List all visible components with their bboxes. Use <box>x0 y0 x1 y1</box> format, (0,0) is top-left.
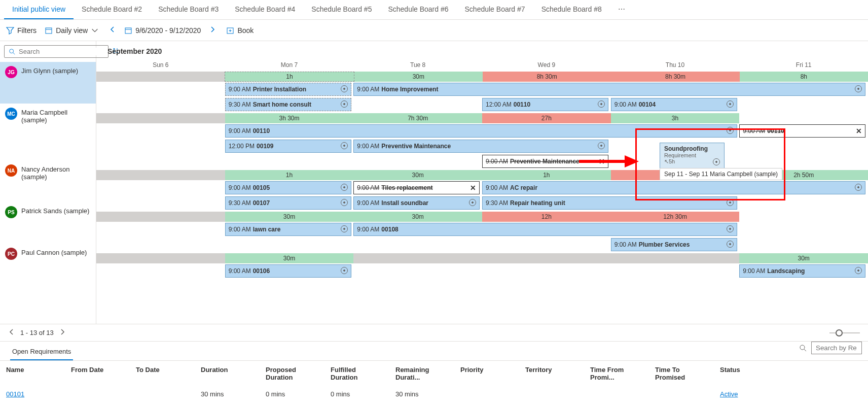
booking[interactable]: 9:00 AM 00108 <box>353 223 737 236</box>
drag-ghost-title: Soundproofing <box>664 145 720 152</box>
grid-row[interactable]: Soundproofing30 mins0 mins0 mins30 minsA… <box>0 402 868 405</box>
grid-link[interactable]: 00101 <box>6 390 24 398</box>
gear-icon[interactable] <box>727 241 734 249</box>
booking-title: Preventive Maintenance <box>510 158 580 165</box>
booking[interactable]: 9:00 AM 00110 <box>225 124 737 138</box>
grid-row[interactable]: 0010130 mins0 mins0 mins30 minsActive <box>0 386 868 402</box>
resource-search-input[interactable] <box>4 45 108 58</box>
date-range-picker[interactable]: 9/6/2020 - 9/12/2020 <box>124 26 201 35</box>
booking[interactable]: 9:00 AM Home Improvement <box>353 83 865 96</box>
gear-icon[interactable] <box>598 142 605 151</box>
grid-column-header[interactable]: Remaining Durati... <box>389 361 454 386</box>
capacity-cell: 1h <box>482 170 611 180</box>
gear-icon[interactable] <box>341 100 348 109</box>
page-prev-button[interactable] <box>8 328 15 337</box>
resource-row[interactable]: PCPaul Cannon (sample) <box>0 244 96 274</box>
booking[interactable]: 9:00 AM Landscaping <box>739 264 865 278</box>
tab-board-6[interactable]: Schedule Board #6 <box>380 0 456 19</box>
gear-icon[interactable] <box>727 127 734 136</box>
booking[interactable]: 9:30 AM 00107 <box>225 196 351 210</box>
booking[interactable]: 12:00 PM 00109 <box>225 140 351 153</box>
tab-initial-public-view[interactable]: Initial public view <box>4 0 74 19</box>
grid-cell: Soundproofing <box>0 402 65 405</box>
booking[interactable]: 12:00 AM 00110 <box>482 98 608 111</box>
filters-button[interactable]: Filters <box>6 26 37 35</box>
gear-icon[interactable] <box>341 142 348 151</box>
resource-row[interactable]: MCMaria Campbell (sample) <box>0 104 96 160</box>
search-icon[interactable] <box>799 344 807 352</box>
grid-column-header[interactable]: Name <box>0 361 65 386</box>
grid-column-header[interactable]: Fulfilled Duration <box>324 361 389 386</box>
grid-column-header[interactable]: Priority <box>454 361 519 386</box>
tab-board-4[interactable]: Schedule Board #4 <box>227 0 303 19</box>
calendar-grid: September 2020 Sun 6Mon 7Tue 8Wed 9Thu 1… <box>96 41 868 324</box>
tab-overflow[interactable]: ⋯ <box>610 0 633 19</box>
capacity-cell: 3h 30m <box>225 113 354 123</box>
gear-icon[interactable] <box>341 199 348 208</box>
tab-board-7[interactable]: Schedule Board #7 <box>457 0 533 19</box>
gear-icon[interactable] <box>855 184 862 192</box>
page-next-button[interactable] <box>59 328 66 337</box>
booking-time: 9:00 AM <box>229 86 251 93</box>
booking[interactable]: 9:00 AM Install soundbar <box>353 196 480 210</box>
next-week-button[interactable] <box>207 24 218 37</box>
gear-icon[interactable] <box>341 85 348 94</box>
booking[interactable]: 9:00 AM lawn care <box>225 223 351 236</box>
gear-icon[interactable] <box>727 100 734 109</box>
booking[interactable]: 9:00 AM 00106 <box>225 264 351 278</box>
booking[interactable]: 9:00 AM Preventive Maintenance <box>353 140 608 153</box>
grid-cell <box>649 386 714 402</box>
gear-icon[interactable] <box>469 199 476 208</box>
prev-week-button[interactable] <box>107 24 118 37</box>
grid-column-header[interactable]: Proposed Duration <box>260 361 324 386</box>
grid-column-header[interactable]: Duration <box>195 361 260 386</box>
resource-row[interactable]: PSPatrick Sands (sample) <box>0 202 96 244</box>
gear-icon[interactable] <box>727 225 734 234</box>
requirements-search-input[interactable] <box>811 342 862 354</box>
gear-icon[interactable] <box>598 100 605 109</box>
gear-icon[interactable] <box>855 85 862 94</box>
tab-board-3[interactable]: Schedule Board #3 <box>150 0 227 19</box>
booking-title: 00106 <box>253 267 270 275</box>
grid-column-header[interactable]: From Date <box>65 361 130 386</box>
tab-board-8[interactable]: Schedule Board #8 <box>533 0 610 19</box>
booking[interactable]: 9:00 AM 00105 <box>225 181 351 194</box>
close-icon[interactable]: ✕ <box>470 184 476 192</box>
booking[interactable]: 9:00 AM Printer Installation <box>225 83 351 96</box>
booking[interactable]: 9:00 AM 00110✕ <box>739 124 865 138</box>
gear-icon[interactable] <box>341 267 348 276</box>
gear-icon[interactable] <box>341 184 348 192</box>
close-icon[interactable]: ✕ <box>856 127 862 135</box>
grid-cell: 0 mins <box>324 402 389 405</box>
tab-board-5[interactable]: Schedule Board #5 <box>303 0 380 19</box>
booking[interactable]: 9:00 AM Tiles replacement✕ <box>353 181 480 194</box>
zoom-slider[interactable] <box>829 332 860 333</box>
grid-column-header[interactable]: To Date <box>130 361 195 386</box>
tab-open-requirements[interactable]: Open Requirements <box>10 342 73 360</box>
book-button[interactable]: Book <box>226 26 254 35</box>
gear-icon[interactable] <box>727 199 734 208</box>
grid-column-header[interactable]: Time To Promised <box>649 361 714 386</box>
booking[interactable]: 9:00 AM 00104 <box>611 98 737 111</box>
booking-title: 00104 <box>639 101 656 108</box>
booking[interactable]: 9:30 AM Repair heating unit <box>482 196 737 210</box>
resource-row[interactable]: NANancy Anderson (sample) <box>0 160 96 202</box>
tab-board-2[interactable]: Schedule Board #2 <box>74 0 150 19</box>
booking-time: 9:00 AM <box>229 226 251 233</box>
grid-column-header[interactable]: Territory <box>519 361 584 386</box>
booking[interactable]: 9:00 AM AC repair <box>482 181 865 194</box>
booking-title: 00105 <box>253 184 270 191</box>
view-selector[interactable]: Daily view <box>45 26 99 35</box>
grid-cell <box>584 386 649 402</box>
grid-column-header[interactable]: Status <box>714 361 774 386</box>
gear-icon[interactable] <box>855 267 862 276</box>
resource-row[interactable]: JGJim Glynn (sample) <box>0 62 96 104</box>
booking[interactable]: 9:00 AM Plumber Services <box>611 238 737 251</box>
booking[interactable]: 9:30 AM Smart home consult <box>225 98 351 111</box>
gear-icon[interactable] <box>341 225 348 234</box>
chevron-left-icon <box>8 328 15 335</box>
grid-link[interactable]: Active <box>720 390 738 398</box>
booking-time: 9:00 AM <box>743 127 765 134</box>
grid-column-header[interactable]: Time From Promi... <box>584 361 649 386</box>
drag-ghost[interactable]: Soundproofing Requirement ↖5h <box>660 143 725 169</box>
